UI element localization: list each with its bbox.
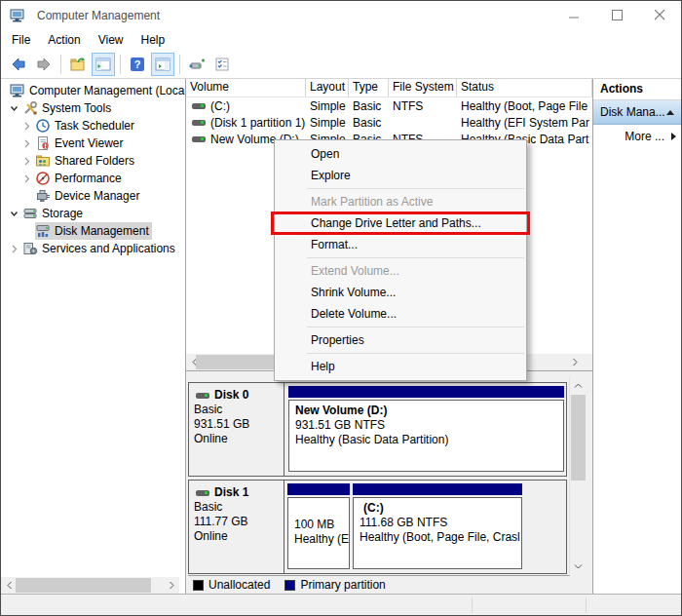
actions-disk-management-section[interactable]: Disk Mana... — [593, 100, 681, 125]
volume-type: Basic — [349, 99, 389, 113]
menu-file[interactable]: File — [3, 31, 39, 49]
show-console-tree-button[interactable] — [92, 53, 115, 76]
menu-item-explore[interactable]: Explore — [275, 165, 526, 186]
device-manager-icon — [35, 188, 51, 204]
tree-item-task-scheduler[interactable]: Task Scheduler — [1, 117, 185, 135]
status-divider — [472, 597, 473, 613]
view-options-button[interactable] — [210, 53, 234, 76]
volume-layout: Simple — [306, 116, 349, 130]
event-viewer-icon — [35, 135, 51, 151]
disk-icon — [196, 490, 209, 496]
volume-layout: Simple — [306, 99, 349, 113]
more-actions-label: More ... — [625, 130, 664, 143]
menu-view[interactable]: View — [90, 31, 133, 49]
menu-item-shrink-volume[interactable]: Shrink Volume... — [275, 282, 526, 303]
menu-item-help[interactable]: Help — [275, 356, 526, 377]
scrollbar-thumb[interactable] — [196, 355, 274, 369]
tree-item-device-manager[interactable]: Device Manager — [1, 187, 185, 205]
partition-new-volume[interactable]: New Volume (D:) 931.51 GB NTFS Healthy (… — [288, 386, 564, 472]
menu-item-format[interactable]: Format... — [275, 234, 526, 255]
menu-action[interactable]: Action — [39, 31, 89, 49]
submenu-arrow-icon — [671, 133, 676, 140]
volume-type: Basic — [349, 116, 389, 130]
column-header-layout[interactable]: Layout — [306, 79, 349, 96]
volume-row-c[interactable]: (C:) Simple Basic NTFS Healthy (Boot, Pa… — [186, 97, 592, 114]
tree-item-storage[interactable]: Storage — [1, 205, 185, 222]
disk-kind: Basic — [194, 403, 284, 417]
chevron-down-icon[interactable] — [5, 104, 22, 113]
menu-item-change-drive-letter-and-paths[interactable]: Change Drive Letter and Paths... — [275, 212, 526, 234]
tree-item-disk-management[interactable]: Disk Management — [1, 222, 185, 240]
menu-separator — [307, 257, 524, 258]
chevron-right-icon[interactable] — [18, 157, 35, 166]
tree-item-event-viewer[interactable]: Event Viewer — [1, 135, 185, 152]
legend-label: Unallocated — [208, 578, 270, 592]
minimize-button[interactable] — [552, 1, 595, 29]
actions-section-label: Disk Mana... — [600, 105, 665, 119]
chevron-down-icon[interactable] — [5, 210, 22, 218]
computer-icon — [10, 8, 25, 23]
chevron-right-icon[interactable] — [18, 174, 35, 183]
scrollbar-thumb[interactable] — [16, 578, 151, 593]
scroll-right-icon[interactable] — [566, 354, 583, 370]
volume-row-disk1-partition1[interactable]: (Disk 1 partition 1) Simple Basic Health… — [186, 114, 592, 131]
computer-management-window: Computer Management File Action View Hel… — [0, 0, 682, 616]
toolbar-separator — [179, 55, 180, 74]
disk-1-partitions: 100 MB Healthy (E (C:) 111.68 GB NTFS He… — [284, 481, 566, 573]
help-button[interactable]: ? — [126, 53, 149, 76]
tree-item-services-and-applications[interactable]: Services and Applications — [1, 240, 185, 257]
scroll-right-icon[interactable] — [163, 577, 179, 594]
maximize-button[interactable] — [595, 1, 638, 29]
column-header-status[interactable]: Status — [457, 79, 592, 96]
column-header-type[interactable]: Type — [349, 79, 389, 96]
tree-item-performance[interactable]: Performance — [1, 170, 185, 187]
actions-header: Actions — [593, 79, 681, 100]
tree-item-shared-folders[interactable]: Shared Folders — [1, 152, 185, 170]
chevron-right-icon[interactable] — [18, 139, 35, 148]
menu-item-open[interactable]: Open — [275, 143, 526, 165]
scroll-up-icon[interactable] — [570, 378, 587, 393]
disk-0-label[interactable]: Disk 0 Basic 931.51 GB Online — [189, 383, 284, 476]
disk-0-partitions: New Volume (D:) 931.51 GB NTFS Healthy (… — [284, 383, 566, 476]
actions-more-item[interactable]: More ... — [593, 125, 681, 148]
volume-name: (Disk 1 partition 1) — [210, 116, 305, 130]
legend-bar: Unallocated Primary partition — [188, 575, 570, 594]
partition-c[interactable]: (C:) 111.68 GB NTFS Healthy (Boot, Page … — [353, 483, 522, 569]
menu-help[interactable]: Help — [133, 31, 174, 49]
menu-separator — [307, 327, 524, 327]
tree-item-label: Services and Applications — [42, 242, 175, 255]
chevron-right-icon[interactable] — [5, 245, 22, 253]
tree-item-label: Event Viewer — [55, 136, 123, 150]
menu-item-mark-partition-active: Mark Partition as Active — [275, 191, 526, 212]
disk-size: 931.51 GB — [194, 417, 284, 432]
tree-item-label: Disk Management — [55, 224, 149, 238]
menu-item-properties[interactable]: Properties — [275, 329, 526, 351]
tree-horizontal-scrollbar[interactable] — [1, 577, 179, 594]
column-header-volume[interactable]: Volume — [186, 79, 306, 96]
scroll-down-icon[interactable] — [570, 558, 587, 573]
show-action-pane-button[interactable] — [151, 53, 174, 76]
up-level-button[interactable] — [66, 53, 90, 76]
forward-arrow-icon — [36, 57, 52, 72]
svg-text:?: ? — [134, 58, 141, 70]
chevron-right-icon[interactable] — [18, 122, 35, 131]
computer-icon — [10, 83, 25, 98]
disk-kind: Basic — [194, 500, 284, 515]
back-button[interactable] — [7, 53, 30, 76]
scrollbar-thumb[interactable] — [571, 395, 586, 481]
partition-efi[interactable]: 100 MB Healthy (E — [287, 483, 350, 569]
drive-tool-button[interactable] — [185, 53, 208, 76]
forward-button[interactable] — [32, 53, 56, 76]
graphical-view-vertical-scrollbar[interactable] — [569, 378, 587, 573]
disk-1-row: Disk 1 Basic 111.77 GB Online 100 MB Hea… — [188, 480, 567, 574]
disk-1-label[interactable]: Disk 1 Basic 111.77 GB Online — [189, 481, 284, 573]
tree-item-system-tools[interactable]: System Tools — [1, 99, 185, 117]
menu-item-extend-volume: Extend Volume... — [275, 260, 526, 282]
tree-item-computer-management[interactable]: Computer Management (Loca — [1, 82, 185, 99]
status-divider — [586, 597, 587, 613]
menu-item-delete-volume[interactable]: Delete Volume... — [275, 303, 526, 325]
window-title: Computer Management — [37, 9, 160, 22]
primary-partition-swatch — [284, 580, 295, 591]
close-button[interactable] — [638, 1, 681, 29]
column-header-file-system[interactable]: File System — [389, 79, 457, 96]
